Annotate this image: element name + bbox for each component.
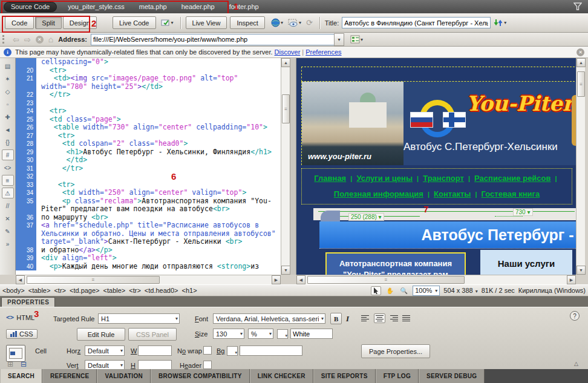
services-box[interactable]: Наши услуги xyxy=(480,250,572,275)
code-editor[interactable]: cellspacing="0">20 <tr>21 <td><img src="… xyxy=(16,58,281,275)
code-horizontal-scrollbar[interactable]: ◀ ≡ ▶ xyxy=(16,275,281,284)
code-line[interactable]: cellspacing="0"> xyxy=(16,58,281,67)
highlight-invalid-code-icon[interactable]: <> xyxy=(2,162,14,173)
scroll-left-icon[interactable]: ◀ xyxy=(296,275,305,284)
tag-selector-item[interactable]: <td.head0> xyxy=(145,287,178,294)
code-line[interactable]: 39<div align="left"> xyxy=(16,254,281,263)
size-select[interactable]: 130▾ xyxy=(213,329,244,339)
preferences-link[interactable]: Preferences xyxy=(305,48,341,56)
window-size-value[interactable]: 504 x 388 ▾ xyxy=(443,287,477,294)
refresh-icon[interactable]: ⟳ xyxy=(306,18,313,27)
design-vertical-scrollbar[interactable]: ▲ ≡ ▼ xyxy=(576,58,585,275)
results-tab-ftp-log[interactable]: FTP LOG xyxy=(376,369,419,383)
related-file-tab[interactable]: meta.php xyxy=(139,3,167,10)
align-left-icon[interactable] xyxy=(361,314,371,322)
width-input[interactable] xyxy=(138,345,172,356)
scroll-right-icon[interactable]: ▶ xyxy=(567,275,576,284)
address-dropdown-icon[interactable]: ▾ xyxy=(334,33,344,46)
code-line[interactable]: 26 <table width="730" align="center" cel… xyxy=(16,123,281,132)
nav-link[interactable]: Главная xyxy=(314,174,346,183)
code-line[interactable]: 37<a href="schedule.php" title="Расписан… xyxy=(16,221,281,246)
code-line[interactable]: 34 <td width="250" align="center" valign… xyxy=(16,189,281,197)
discover-link[interactable]: Discover xyxy=(275,48,301,56)
inspect-button[interactable]: Inspect xyxy=(230,16,264,29)
remove-comment-icon[interactable]: ✕ xyxy=(2,213,14,224)
tag-selector-item[interactable]: <table> xyxy=(28,287,51,294)
related-file-tab[interactable]: header.php xyxy=(181,3,215,10)
size-unit-select[interactable]: %▾ xyxy=(248,329,273,339)
split-view-button[interactable]: Split xyxy=(35,16,61,29)
file-management-icon[interactable]: ▾ xyxy=(494,18,506,27)
table-width-bar[interactable]: 730 ▾ 250 (288) ▾ xyxy=(313,208,576,220)
select-parent-tag-icon[interactable]: ◄ xyxy=(2,124,14,135)
code-line[interactable]: 36по маршруту <br> xyxy=(16,214,281,222)
italic-button[interactable]: I xyxy=(346,314,349,324)
magnification-select[interactable]: 100%▾ xyxy=(413,286,440,296)
properties-tab[interactable]: PROPERTIES xyxy=(1,297,55,307)
collapse-full-tag-icon[interactable]: ◇ xyxy=(2,86,14,97)
nav-link[interactable]: Транспорт xyxy=(423,174,464,183)
nav-link[interactable]: Контакты xyxy=(434,189,471,198)
pane-splitter[interactable] xyxy=(290,58,296,275)
code-line[interactable]: 31 </tr> xyxy=(16,165,281,173)
align-center-icon[interactable] xyxy=(374,313,385,323)
zoom-tool-icon[interactable]: 🔍 xyxy=(399,286,409,295)
scroll-down-icon[interactable]: ▼ xyxy=(577,266,586,275)
view-options-icon[interactable]: ▾ xyxy=(350,35,363,44)
tag-selector-item[interactable]: <td.page> xyxy=(70,287,100,294)
scroll-up-icon[interactable]: ▲ xyxy=(577,58,586,67)
header-checkbox[interactable] xyxy=(203,361,212,369)
code-line[interactable]: 35 <p class="reclama">Автотранспортная к… xyxy=(16,197,281,214)
syntax-error-alerts-icon[interactable]: ⚠ xyxy=(2,188,14,198)
code-view-button[interactable]: Code xyxy=(5,16,34,29)
code-line[interactable]: 23 xyxy=(16,99,281,108)
code-line[interactable]: 24 <tr> xyxy=(16,107,281,116)
page-properties-button[interactable]: Page Properties... xyxy=(361,344,430,358)
apply-comment-icon[interactable]: // xyxy=(2,200,14,211)
code-line[interactable]: 29 <h1>Автобус Петербург - Хельсинки, Фи… xyxy=(16,148,281,157)
tab-source-code[interactable]: Source Code xyxy=(4,2,57,12)
results-tab-site-reports[interactable]: SITE REPORTS xyxy=(313,369,376,383)
code-line[interactable]: 30 </td> xyxy=(16,156,281,165)
live-view-button[interactable]: Live View xyxy=(186,16,227,29)
check-browser-compatibility-icon[interactable]: ▾ xyxy=(288,19,301,27)
results-tab-link-checker[interactable]: LINK CHECKER xyxy=(250,369,313,383)
scroll-left-icon[interactable]: ◀ xyxy=(16,275,25,284)
scrollbar-thumb[interactable]: ≡ xyxy=(577,71,585,97)
nav-link[interactable]: Расписание рейсов xyxy=(474,174,550,183)
code-vertical-scrollbar[interactable]: ▲ ≡ ▼ xyxy=(281,58,290,275)
text-color-swatch[interactable]: ▾ xyxy=(277,329,288,339)
scrollbar-thumb[interactable]: ≡ xyxy=(282,94,290,123)
bg-color-input[interactable] xyxy=(240,345,302,356)
merge-cells-icon[interactable]: ⊞ xyxy=(7,360,13,368)
column-width-label[interactable]: 250 (288) ▾ xyxy=(348,213,384,221)
live-code-button[interactable]: Live Code xyxy=(113,16,156,29)
grip-handle[interactable] xyxy=(2,35,8,44)
open-documents-icon[interactable]: ▤ xyxy=(2,61,14,71)
nav-link[interactable]: Полезная информация xyxy=(334,189,423,198)
results-tab-browser-compatibility[interactable]: BROWSER COMPATIBILITY xyxy=(151,369,250,383)
promo-box[interactable]: Автотранспортная компания "You-Piter" пр… xyxy=(325,252,466,275)
nav-link[interactable]: Услуги и цены xyxy=(356,174,413,183)
code-line[interactable]: 28 <td colspan="2" class="head0"> xyxy=(16,140,281,148)
preview-in-browser-icon[interactable]: ▾ xyxy=(271,18,283,27)
more-icon[interactable]: » xyxy=(2,238,14,249)
tag-selector-item[interactable]: <body> xyxy=(2,287,25,294)
code-line[interactable]: 33 <tr> xyxy=(16,181,281,189)
results-tab-search[interactable]: SEARCH xyxy=(0,369,42,383)
results-tab-validation[interactable]: VALIDATION xyxy=(97,369,151,383)
edit-rule-button[interactable]: Edit Rule xyxy=(77,328,125,341)
bg-color-swatch[interactable]: ▾ xyxy=(227,346,238,356)
page-heading-banner[interactable]: Автобус Петербург - Хельсинки xyxy=(319,221,576,248)
code-navigator-icon[interactable]: ✶ xyxy=(2,73,14,84)
close-icon[interactable]: ✕ xyxy=(577,48,584,56)
css-mode-button[interactable]: CSS xyxy=(6,329,38,339)
targeted-rule-select[interactable]: H1▾ xyxy=(98,313,180,324)
tag-selector-item[interactable]: <tr> xyxy=(129,287,141,294)
scrollbar-thumb[interactable]: ≡ xyxy=(27,276,160,284)
site-banner[interactable]: You-Piter Автобус С.Петербург-Хельсинки … xyxy=(301,82,576,165)
tag-selector-item[interactable]: <table> xyxy=(103,287,126,294)
scroll-down-icon[interactable]: ▼ xyxy=(281,266,290,275)
forward-icon[interactable]: ⇨ xyxy=(24,35,31,44)
code-line[interactable]: 32 xyxy=(16,172,281,181)
